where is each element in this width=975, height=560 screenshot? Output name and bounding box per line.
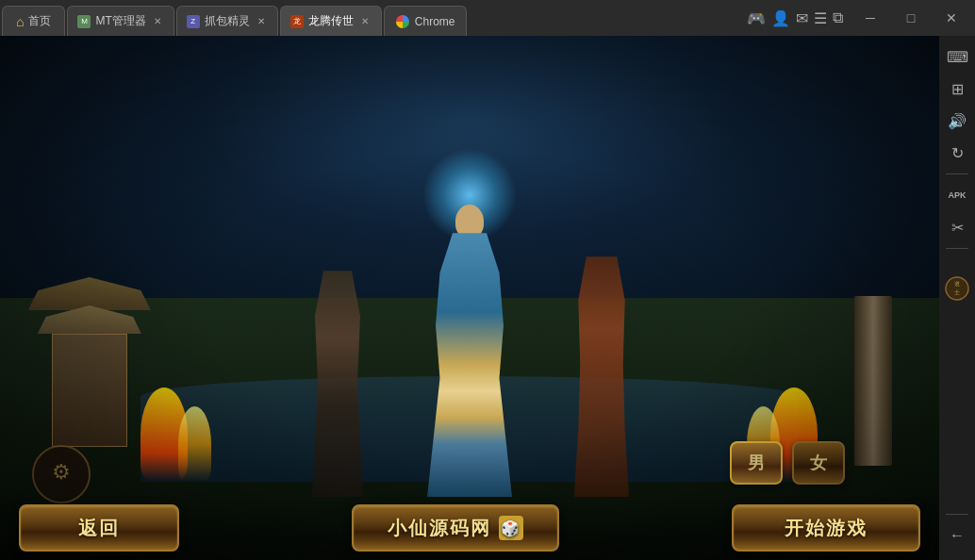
temple-roof-top [28, 277, 151, 310]
male-gender-button[interactable]: 男 [730, 441, 783, 485]
start-label: 开始游戏 [785, 516, 868, 541]
server-label: 小仙源码网 [388, 516, 491, 541]
class-button[interactable]: 道 士 [942, 273, 972, 304]
tab-dragon[interactable]: 龙 龙腾传世 ✕ [280, 6, 382, 36]
titlebar: ⌂ 首页 M MT管理器 ✕ Z 抓包精灵 ✕ 龙 龙腾传世 ✕ Chrome … [0, 0, 975, 36]
pip-icon[interactable]: ⧉ [833, 9, 843, 26]
back-arrow-button[interactable]: ← [942, 520, 972, 551]
male-label: 男 [748, 452, 765, 474]
volume-button[interactable]: 🔊 [942, 106, 972, 136]
start-game-button[interactable]: 开始游戏 [732, 504, 920, 552]
server-button[interactable]: 小仙源码网 🎲 [352, 504, 559, 552]
back-arrow-icon: ← [950, 527, 965, 544]
chrome-icon [396, 15, 409, 28]
bottom-ui: 返回 小仙源码网 🎲 开始游戏 [0, 496, 939, 560]
rotate-icon: ↻ [951, 144, 964, 162]
maximize-button[interactable]: □ [891, 4, 931, 32]
minimize-button[interactable]: ─ [851, 4, 890, 32]
window-controls: ─ □ ✕ [851, 4, 975, 32]
keyboard-button[interactable]: ⌨ [942, 41, 972, 72]
game-area: ⚙ 男 女 返回 小仙源码网 🎲 [0, 36, 939, 560]
tab-chrome[interactable]: Chrome [384, 6, 468, 36]
tab-mt-close[interactable]: ✕ [151, 15, 164, 27]
sidebar-separator-1 [946, 173, 968, 174]
rotate-button[interactable]: ↻ [942, 138, 972, 168]
volume-icon: 🔊 [948, 112, 967, 130]
tab-home-label: 首页 [28, 13, 51, 29]
gamepad-icon[interactable]: 🎮 [747, 9, 766, 27]
characters-group [272, 139, 668, 497]
female-gender-button[interactable]: 女 [792, 441, 845, 485]
svg-text:道: 道 [954, 281, 960, 287]
sidebar-separator-2 [946, 248, 968, 249]
tab-catch-close[interactable]: ✕ [255, 15, 268, 27]
character-left [300, 252, 375, 497]
return-button[interactable]: 返回 [19, 504, 179, 552]
keyboard-icon: ⌨ [947, 48, 968, 66]
dragon-icon: 龙 [290, 15, 304, 28]
user-icon[interactable]: 👤 [771, 9, 790, 27]
pillar-right [854, 296, 892, 466]
apps-button[interactable]: ⊞ [942, 74, 972, 104]
svg-text:⚙: ⚙ [52, 460, 71, 484]
home-icon: ⌂ [16, 14, 24, 29]
tab-catch-label: 抓包精灵 [205, 13, 250, 29]
apps-icon: ⊞ [951, 80, 964, 98]
char-center-head [455, 205, 484, 238]
character-right [564, 242, 639, 497]
char-left-body [309, 271, 366, 497]
catch-icon: Z [187, 15, 200, 28]
temple-body [52, 334, 127, 447]
scissors-button[interactable]: ✂ [942, 212, 972, 242]
fire-left-2 [178, 406, 211, 482]
female-label: 女 [810, 452, 827, 474]
tab-catch[interactable]: Z 抓包精灵 ✕ [176, 6, 278, 36]
right-sidebar: ⌨ ⊞ 🔊 ↻ APK ✂ 道 士 ← [939, 36, 975, 560]
temple-left [28, 277, 151, 466]
char-center-body [427, 233, 512, 497]
menu-icon[interactable]: ☰ [814, 9, 827, 27]
apk-button[interactable]: APK [942, 180, 972, 210]
tab-dragon-label: 龙腾传世 [308, 13, 354, 29]
close-button[interactable]: ✕ [932, 4, 971, 32]
sidebar-separator-3 [946, 514, 968, 515]
return-label: 返回 [78, 516, 120, 541]
character-center [408, 176, 531, 497]
tab-mt[interactable]: M MT管理器 ✕ [67, 6, 174, 36]
tabs-area: ⌂ 首页 M MT管理器 ✕ Z 抓包精灵 ✕ 龙 龙腾传世 ✕ Chrome [0, 0, 739, 36]
top-right-icons: 🎮 👤 ✉ ☰ ⧉ [739, 9, 851, 27]
mt-icon: M [77, 15, 91, 28]
tab-dragon-close[interactable]: ✕ [358, 15, 372, 27]
class-icon: 道 士 [944, 275, 970, 302]
apk-icon: APK [948, 190, 966, 200]
game-background: ⚙ 男 女 返回 小仙源码网 🎲 [0, 36, 939, 560]
tab-chrome-label: Chrome [415, 15, 455, 28]
tab-mt-label: MT管理器 [95, 13, 145, 29]
svg-text:士: 士 [954, 289, 960, 295]
char-right-body [571, 256, 633, 497]
tab-home[interactable]: ⌂ 首页 [2, 6, 65, 36]
scissors-icon: ✂ [951, 219, 964, 237]
dice-icon[interactable]: 🎲 [499, 516, 523, 540]
mail-icon[interactable]: ✉ [796, 9, 808, 27]
gender-selection: 男 女 [730, 441, 845, 485]
